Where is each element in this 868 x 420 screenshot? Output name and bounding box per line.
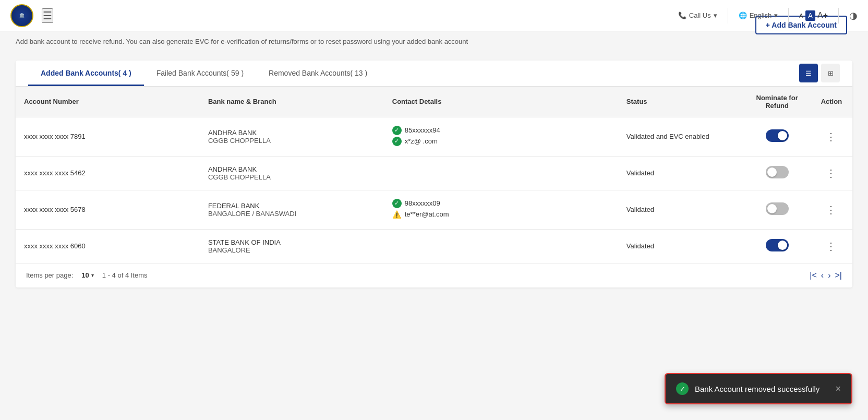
phone-icon: 📞 (678, 11, 686, 19)
page-size-selector[interactable]: 10 ▾ (81, 271, 93, 279)
font-controls: A A A+ (799, 10, 828, 21)
contact-value-1: 85xxxxxx94 (405, 126, 440, 134)
bank-branch: CGGB CHOPPELLA (208, 173, 376, 181)
verified-icon: ✓ (392, 126, 402, 135)
page-description: Add bank account to receive refund. You … (16, 37, 485, 47)
header-right: 📞 Call Us ▾ 🌐 English ▾ A A A+ ◑ (678, 8, 858, 23)
action-menu-btn-2[interactable]: ⋮ (822, 201, 841, 218)
language-selector[interactable]: 🌐 English ▾ (739, 11, 778, 19)
table-row: xxxx xxxx xxxx 6060STATE BANK OF INDIABA… (16, 229, 852, 263)
call-chevron-icon: ▾ (714, 11, 717, 19)
items-per-page-label: Items per page: (26, 271, 73, 279)
contact-item-2: ⚠️te**er@at.com (392, 210, 610, 219)
cell-account-3: xxxx xxxx xxxx 6060 (16, 229, 200, 263)
page-content: + Add Bank Account Add bank account to r… (0, 31, 868, 298)
tab-failed-label: Failed Bank Accounts( 59 ) (156, 69, 244, 77)
page-navigation: |< ‹ › >| (810, 271, 842, 280)
action-menu-btn-0[interactable]: ⋮ (822, 128, 841, 145)
cell-contact-3 (384, 229, 618, 263)
divider-3 (838, 8, 839, 23)
page-info: 1 - 4 of 4 Items (102, 271, 148, 279)
contact-item-1: ✓85xxxxxx94 (392, 126, 610, 135)
toggle-thumb (767, 167, 777, 177)
nominate-toggle-2[interactable] (766, 202, 789, 215)
toggle-thumb (778, 241, 787, 250)
tab-removed-label: Removed Bank Accounts( 13 ) (269, 69, 367, 77)
divider-1 (728, 8, 728, 23)
last-page-btn[interactable]: >| (835, 271, 842, 280)
bank-branch: BANGALORE / BANASWADI (208, 210, 376, 218)
cell-contact-0: ✓85xxxxxx94✓x*z@ .com (384, 117, 618, 156)
cell-account-1: xxxx xxxx xxxx 5462 (16, 156, 200, 190)
cell-status-1: Validated (618, 156, 744, 190)
col-header-status: Status (618, 87, 744, 117)
toggle-track (766, 202, 789, 215)
first-page-btn[interactable]: |< (810, 271, 817, 280)
table-row: xxxx xxxx xxxx 5462ANDHRA BANKCGGB CHOPP… (16, 156, 852, 190)
list-view-btn[interactable]: ☰ (799, 64, 818, 82)
prev-page-btn[interactable]: ‹ (821, 271, 824, 280)
cell-action-2: ⋮ (811, 190, 852, 229)
cell-nominate-1[interactable] (743, 156, 810, 190)
bank-accounts-card: Added Bank Accounts( 4 ) Failed Bank Acc… (16, 61, 852, 287)
table-header-row: Account Number Bank name & Branch Contac… (16, 87, 852, 117)
cell-bank-1: ANDHRA BANKCGGB CHOPPELLA (200, 156, 384, 190)
call-us-button[interactable]: 📞 Call Us ▾ (678, 11, 717, 19)
cell-nominate-2[interactable] (743, 190, 810, 229)
header-left: 🏛️ ☰ (10, 4, 53, 27)
table-row: xxxx xxxx xxxx 5678FEDERAL BANKBANGALORE… (16, 190, 852, 229)
bank-branch: BANGALORE (208, 246, 376, 254)
cell-account-2: xxxx xxxx xxxx 5678 (16, 190, 200, 229)
col-header-nominate: Nominate for Refund (743, 87, 810, 117)
contact-value-2: x*z@ .com (405, 137, 438, 145)
table-row: xxxx xxxx xxxx 7891ANDHRA BANKCGGB CHOPP… (16, 117, 852, 156)
cell-bank-3: STATE BANK OF INDIABANGALORE (200, 229, 384, 263)
verified-icon: ✓ (392, 199, 402, 208)
divider-2 (788, 8, 789, 23)
tabs-list: Added Bank Accounts( 4 ) Failed Bank Acc… (28, 61, 380, 86)
cell-nominate-0[interactable] (743, 117, 810, 156)
toggle-track (766, 239, 789, 251)
bank-name: ANDHRA BANK (208, 165, 376, 173)
pagination-row: Items per page: 10 ▾ 1 - 4 of 4 Items |<… (16, 263, 852, 287)
contrast-toggle-btn[interactable]: ◑ (849, 10, 858, 21)
tabs-container: Added Bank Accounts( 4 ) Failed Bank Acc… (16, 61, 852, 87)
contact-value-2: te**er@at.com (405, 210, 449, 218)
tab-added-label: Added Bank Accounts( 4 ) (41, 69, 131, 77)
tab-added-bank-accounts[interactable]: Added Bank Accounts( 4 ) (28, 61, 144, 86)
contact-value-1: 98xxxxxx09 (405, 199, 440, 207)
header: 🏛️ ☰ 📞 Call Us ▾ 🌐 English ▾ A A A+ ◑ (0, 0, 868, 31)
bank-accounts-table-container: Account Number Bank name & Branch Contac… (16, 87, 852, 263)
cell-action-1: ⋮ (811, 156, 852, 190)
warning-icon: ⚠️ (392, 210, 402, 219)
bank-name: STATE BANK OF INDIA (208, 238, 376, 246)
action-menu-btn-1[interactable]: ⋮ (822, 165, 841, 182)
page-size-dropdown-icon: ▾ (91, 272, 94, 278)
nominate-toggle-0[interactable] (766, 129, 789, 142)
font-medium-btn[interactable]: A (805, 10, 815, 21)
hamburger-menu[interactable]: ☰ (42, 8, 53, 23)
next-page-btn[interactable]: › (828, 271, 830, 280)
cell-bank-2: FEDERAL BANKBANGALORE / BANASWADI (200, 190, 384, 229)
cell-nominate-3[interactable] (743, 229, 810, 263)
page-header-row: + Add Bank Account Add bank account to r… (16, 37, 852, 55)
col-header-account: Account Number (16, 87, 200, 117)
lang-chevron-icon: ▾ (774, 11, 778, 19)
tab-removed-bank-accounts[interactable]: Removed Bank Accounts( 13 ) (256, 61, 380, 86)
action-menu-btn-3[interactable]: ⋮ (822, 238, 841, 255)
grid-view-btn[interactable]: ⊞ (821, 64, 840, 82)
font-large-btn[interactable]: A+ (817, 11, 828, 20)
font-small-btn[interactable]: A (799, 13, 803, 19)
cell-status-3: Validated (618, 229, 744, 263)
nominate-toggle-3[interactable] (766, 239, 789, 251)
tab-failed-bank-accounts[interactable]: Failed Bank Accounts( 59 ) (144, 61, 256, 86)
bank-accounts-table: Account Number Bank name & Branch Contac… (16, 87, 852, 263)
list-view-icon: ☰ (805, 69, 812, 77)
verified-icon: ✓ (392, 137, 402, 146)
view-toggle: ☰ ⊞ (799, 64, 840, 82)
cell-action-3: ⋮ (811, 229, 852, 263)
language-label: English (750, 11, 772, 19)
nominate-toggle-1[interactable] (766, 166, 789, 178)
cell-contact-2: ✓98xxxxxx09⚠️te**er@at.com (384, 190, 618, 229)
logo: 🏛️ (10, 4, 33, 27)
